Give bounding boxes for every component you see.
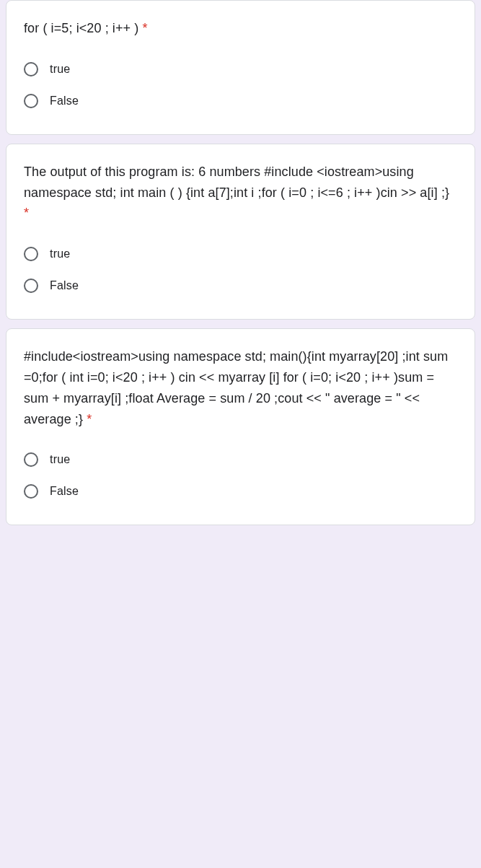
radio-circle-icon: [24, 452, 38, 467]
radio-option-true[interactable]: true: [24, 53, 457, 85]
question-content: for ( i=5; i<20 ; i++ ): [24, 21, 138, 35]
radio-label: False: [50, 95, 79, 108]
required-indicator: *: [143, 21, 148, 35]
radio-label: False: [50, 279, 79, 292]
radio-label: true: [50, 453, 70, 466]
radio-option-false[interactable]: False: [24, 270, 457, 302]
radio-option-true[interactable]: true: [24, 444, 457, 475]
question-text-1: for ( i=5; i<20 ; i++ ) *: [24, 18, 457, 39]
options-container-2: true False: [24, 238, 457, 302]
radio-circle-icon: [24, 484, 38, 499]
radio-circle-icon: [24, 94, 38, 108]
radio-circle-icon: [24, 247, 38, 261]
question-text-2: The output of this program is: 6 numbers…: [24, 162, 457, 224]
radio-circle-icon: [24, 62, 38, 76]
question-card-2: The output of this program is: 6 numbers…: [6, 144, 475, 320]
radio-option-true[interactable]: true: [24, 238, 457, 270]
required-indicator: *: [87, 412, 92, 426]
radio-circle-icon: [24, 279, 38, 293]
question-text-3: #include<iostream>using namespace std; m…: [24, 346, 457, 429]
radio-option-false[interactable]: False: [24, 475, 457, 507]
required-indicator: *: [24, 206, 29, 220]
question-card-1: for ( i=5; i<20 ; i++ ) * true False: [6, 0, 475, 135]
radio-label: False: [50, 485, 79, 498]
radio-label: true: [50, 63, 70, 76]
radio-option-false[interactable]: False: [24, 85, 457, 117]
radio-label: true: [50, 247, 70, 260]
options-container-3: true False: [24, 444, 457, 507]
options-container-1: true False: [24, 53, 457, 117]
question-content: The output of this program is: 6 numbers…: [24, 165, 449, 200]
question-card-3: #include<iostream>using namespace std; m…: [6, 328, 475, 525]
